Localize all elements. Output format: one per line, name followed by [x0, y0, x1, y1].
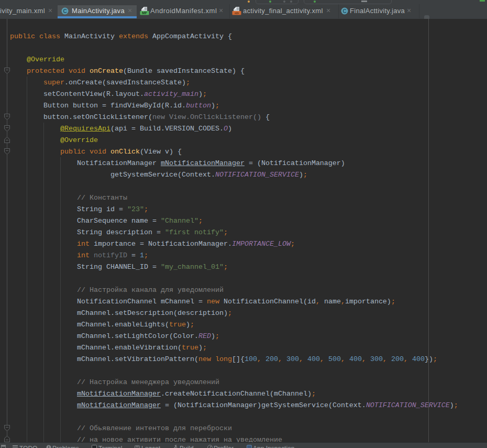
- svg-text:C: C: [63, 8, 67, 14]
- svg-text:C: C: [342, 8, 346, 14]
- svg-text:MF: MF: [142, 11, 148, 15]
- svg-text:</>: </>: [235, 12, 239, 15]
